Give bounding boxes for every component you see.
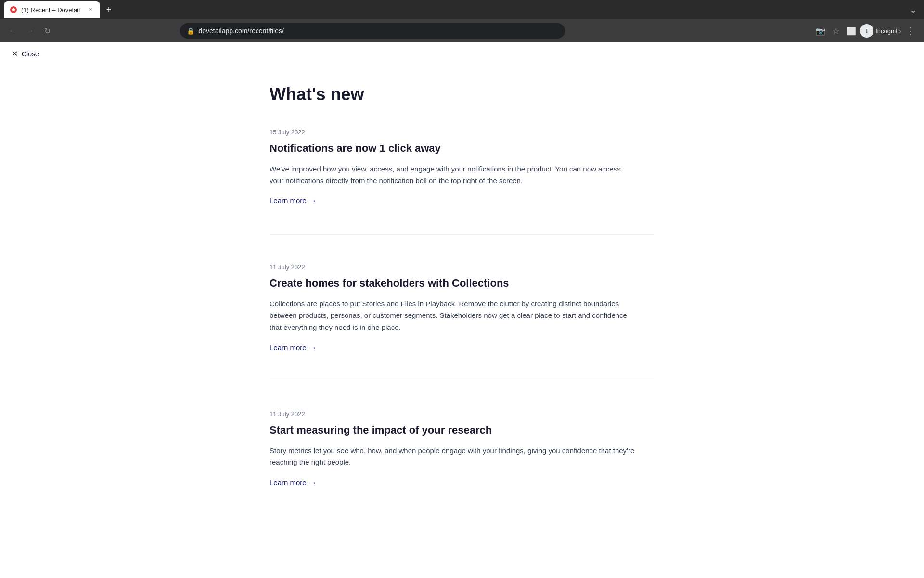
news-title-2: Create homes for stakeholders with Colle… bbox=[270, 276, 654, 290]
news-body-1: We've improved how you view, access, and… bbox=[270, 163, 635, 187]
news-body-2: Collections are places to put Stories an… bbox=[270, 298, 635, 334]
news-date-2: 11 July 2022 bbox=[270, 263, 654, 271]
close-bar: ✕ Close bbox=[0, 42, 924, 65]
incognito-label: Incognito bbox=[875, 27, 901, 35]
news-title-3: Start measuring the impact of your resea… bbox=[270, 423, 654, 437]
news-item-2: 11 July 2022 Create homes for stakeholde… bbox=[270, 263, 654, 381]
address-bar: ← → ↻ 🔒 dovetailapp.com/recent/files/ 📷 … bbox=[0, 19, 924, 42]
address-right-controls: 📷 ☆ ⬜ I Incognito ⋮ bbox=[814, 23, 918, 39]
url-text: dovetailapp.com/recent/files/ bbox=[198, 27, 283, 35]
browser-chrome: (1) Recent – Dovetail × + ⌄ ← → ↻ 🔒 dove… bbox=[0, 0, 924, 42]
news-date-3: 11 July 2022 bbox=[270, 410, 654, 418]
page-title: What's new bbox=[270, 84, 654, 105]
tab-search-button[interactable]: ⬜ bbox=[845, 24, 858, 38]
learn-more-2[interactable]: Learn more → bbox=[270, 343, 317, 352]
x-icon: ✕ bbox=[12, 49, 18, 58]
close-label: Close bbox=[22, 50, 39, 58]
forward-button[interactable]: → bbox=[23, 24, 37, 38]
back-button[interactable]: ← bbox=[6, 24, 19, 38]
tab-list-button[interactable]: ⌄ bbox=[906, 3, 920, 16]
page-content: ✕ Close What's new 15 July 2022 Notifica… bbox=[0, 42, 924, 578]
news-item-3: 11 July 2022 Start measuring the impact … bbox=[270, 410, 654, 516]
profile-button[interactable]: I bbox=[860, 24, 873, 38]
arrow-3: → bbox=[309, 478, 317, 486]
learn-more-3[interactable]: Learn more → bbox=[270, 478, 317, 486]
close-button[interactable]: ✕ Close bbox=[12, 49, 39, 58]
news-body-3: Story metrics let you see who, how, and … bbox=[270, 445, 635, 469]
favicon-icon bbox=[10, 6, 17, 13]
cast-button[interactable]: 📷 bbox=[814, 24, 827, 38]
menu-button[interactable]: ⋮ bbox=[903, 23, 918, 39]
tab-title: (1) Recent – Dovetail bbox=[21, 6, 83, 13]
url-bar[interactable]: 🔒 dovetailapp.com/recent/files/ bbox=[180, 23, 565, 39]
main-content: What's new 15 July 2022 Notifications ar… bbox=[270, 65, 654, 574]
new-tab-button[interactable]: + bbox=[102, 3, 116, 16]
arrow-2: → bbox=[309, 343, 317, 352]
news-item-1: 15 July 2022 Notifications are now 1 cli… bbox=[270, 129, 654, 235]
tab-favicon bbox=[10, 6, 17, 13]
bookmark-button[interactable]: ☆ bbox=[829, 24, 843, 38]
learn-more-1[interactable]: Learn more → bbox=[270, 197, 317, 205]
lock-icon: 🔒 bbox=[187, 27, 194, 35]
tab-bar: (1) Recent – Dovetail × + ⌄ bbox=[0, 0, 924, 19]
active-tab[interactable]: (1) Recent – Dovetail × bbox=[4, 1, 100, 18]
news-date-1: 15 July 2022 bbox=[270, 129, 654, 136]
refresh-button[interactable]: ↻ bbox=[40, 24, 54, 38]
news-title-1: Notifications are now 1 click away bbox=[270, 142, 654, 156]
arrow-1: → bbox=[309, 197, 317, 205]
close-tab-button[interactable]: × bbox=[87, 6, 94, 13]
